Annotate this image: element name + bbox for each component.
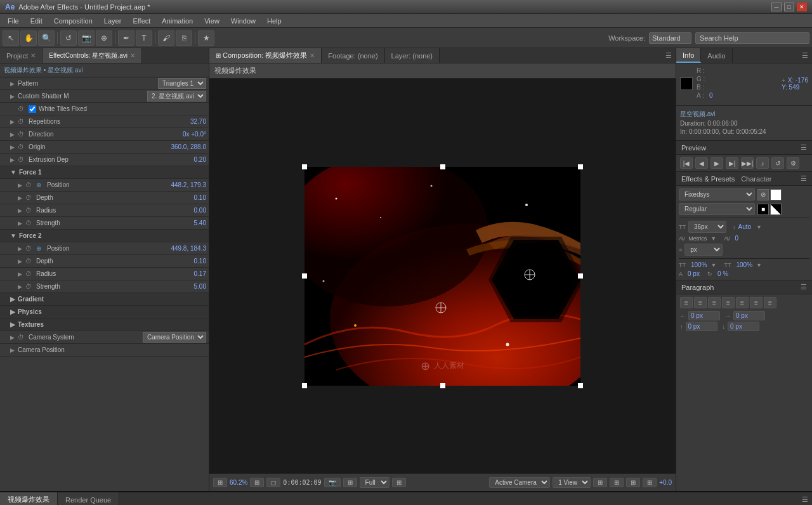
active-camera-select[interactable]: Active Camera <box>489 477 550 488</box>
close-button[interactable]: ✕ <box>797 3 807 11</box>
viewer-zoom-out[interactable]: ◻ <box>266 478 280 487</box>
pattern-select[interactable]: Triangles 1 <box>158 78 206 89</box>
physics-toggle[interactable]: ▶ <box>10 308 15 315</box>
minimize-button[interactable]: ─ <box>771 3 782 11</box>
ec-breadcrumb[interactable]: 视频爆炸效果 • 星空视频.avi <box>4 66 83 75</box>
footage-tab[interactable]: Footage: (none) <box>322 48 384 63</box>
camera-system-select[interactable]: Camera Position <box>143 332 206 343</box>
preview-tab-label[interactable]: Preview <box>681 144 706 152</box>
info-tab[interactable]: Info <box>676 48 701 63</box>
selection-tool[interactable]: ↖ <box>3 30 19 46</box>
menu-layer[interactable]: Layer <box>99 16 127 26</box>
quality-select[interactable]: Full <box>360 477 390 488</box>
handle-bm[interactable] <box>440 383 445 388</box>
ec-tab-close[interactable]: ✕ <box>130 52 135 59</box>
handle-br[interactable] <box>578 383 583 388</box>
preview-loop[interactable]: ↺ <box>771 157 784 169</box>
menu-effect[interactable]: Effect <box>128 16 155 26</box>
para-menu[interactable]: ☰ <box>801 283 807 291</box>
cs-expand[interactable]: ▶ <box>10 93 16 100</box>
menu-composition[interactable]: Composition <box>49 16 98 26</box>
handle-ml[interactable] <box>302 273 307 279</box>
scale-h[interactable]: 100% <box>691 261 707 268</box>
f2r-value[interactable]: 0.17 <box>194 270 206 277</box>
handle-bl[interactable] <box>302 383 307 388</box>
align-right[interactable]: ≡ <box>708 297 721 308</box>
tracking-value[interactable]: 0 <box>735 235 739 242</box>
zoom-level[interactable]: 60.2% <box>230 479 247 486</box>
preview-last[interactable]: ▶▶| <box>741 157 754 169</box>
camera-tool[interactable]: 📷 <box>78 30 95 46</box>
character-tab-label[interactable]: Character <box>741 175 771 183</box>
maximize-button[interactable]: □ <box>784 3 794 11</box>
preview-settings[interactable]: ⚙ <box>787 157 799 169</box>
color-swatch[interactable] <box>680 77 693 90</box>
menu-window[interactable]: Window <box>226 16 261 26</box>
cs-select[interactable]: 2. 星空视频.avi <box>147 91 206 102</box>
repetitions-value[interactable]: 32.70 <box>190 118 206 125</box>
eyedropper-btn[interactable]: ⊘ <box>757 189 769 200</box>
handle-tl[interactable] <box>302 164 307 169</box>
gradient-toggle[interactable]: ▶ <box>10 296 15 303</box>
effect-controls-tab[interactable]: EffectControls: 星空视频.avi ✕ <box>43 48 142 63</box>
paint-tool[interactable]: 🖌 <box>158 30 174 46</box>
ep-menu[interactable]: ☰ <box>801 174 807 183</box>
project-tab-close[interactable]: ✕ <box>30 52 36 59</box>
cp-expand[interactable]: ▶ <box>10 347 16 353</box>
rep-expand[interactable]: ▶ <box>10 119 16 125</box>
layer-tab[interactable]: Layer: (none) <box>385 48 440 63</box>
handle-mr[interactable] <box>578 273 583 279</box>
audio-tab[interactable]: Audio <box>701 48 732 63</box>
comp-panel-menu[interactable]: ☰ <box>662 48 676 63</box>
timeline-comp-tab[interactable]: 视频爆炸效果 <box>0 492 58 505</box>
f1d-expand[interactable]: ▶ <box>18 195 24 201</box>
project-tab[interactable]: Project ✕ <box>0 48 43 63</box>
view-select[interactable]: 1 View <box>553 477 591 488</box>
puppet-tool[interactable]: ★ <box>198 30 214 46</box>
hand-tool[interactable]: ✋ <box>20 30 37 46</box>
direction-value[interactable]: 0x +0.0° <box>183 131 206 138</box>
preview-prev[interactable]: ◀ <box>695 157 708 169</box>
origin-value[interactable]: 360.0, 288.0 <box>171 143 206 150</box>
comp-tab-main[interactable]: ⊞ Composition: 视频爆炸效果 ✕ <box>209 48 322 63</box>
handle-tr[interactable] <box>578 164 583 169</box>
preview-menu[interactable]: ☰ <box>801 143 807 152</box>
viewer-fit[interactable]: ⊞ <box>250 478 264 487</box>
font-style-select[interactable]: Regular <box>679 203 755 215</box>
viewer-share[interactable]: ⊞ <box>610 478 624 487</box>
menu-file[interactable]: File <box>3 16 24 26</box>
force1-toggle[interactable]: ▼ <box>10 169 16 176</box>
ext-expand[interactable]: ▶ <box>10 157 16 163</box>
f2d-expand[interactable]: ▶ <box>18 258 24 265</box>
f1s-expand[interactable]: ▶ <box>18 220 24 226</box>
force2-toggle[interactable]: ▼ <box>10 232 16 239</box>
viewer-3d[interactable]: ⊞ <box>643 478 657 487</box>
text-tool[interactable]: T <box>136 30 152 46</box>
pen-tool[interactable]: ✒ <box>118 30 134 46</box>
rotate-tool[interactable]: ↺ <box>60 30 77 46</box>
size-auto[interactable]: Auto <box>738 223 752 230</box>
align-left[interactable]: ≡ <box>680 297 693 308</box>
f1d-value[interactable]: 0.10 <box>194 194 206 201</box>
f2p-expand[interactable]: ▶ <box>18 246 24 252</box>
viewer-flow[interactable]: ⊞ <box>626 478 640 487</box>
indent-before-input[interactable] <box>688 311 720 320</box>
para-tab-label[interactable]: Paragraph <box>681 284 714 291</box>
cs2-expand[interactable]: ▶ <box>10 334 16 341</box>
align-justify-all[interactable]: ≡ <box>764 297 776 308</box>
handle-tm[interactable] <box>440 164 445 169</box>
anchor-tool[interactable]: ⊕ <box>96 30 112 46</box>
viewer-checkerboard[interactable]: ⊞ <box>343 478 357 487</box>
right-panel-menu[interactable]: ☰ <box>798 48 812 63</box>
pattern-expand[interactable]: ▶ <box>10 81 16 87</box>
preview-audio[interactable]: ♪ <box>756 157 769 169</box>
fill-stroke-toggle[interactable] <box>770 204 782 215</box>
textures-toggle[interactable]: ▶ <box>10 321 15 328</box>
tsukuri-value[interactable]: 0 % <box>717 270 728 277</box>
f2p-value[interactable]: 449.8, 184.3 <box>171 245 206 252</box>
search-input[interactable] <box>695 32 809 44</box>
clone-tool[interactable]: ⎘ <box>176 30 192 46</box>
preview-next[interactable]: ▶| <box>726 157 738 169</box>
align-justify-l[interactable]: ≡ <box>722 297 735 308</box>
font-size-select[interactable]: 36px <box>688 221 726 233</box>
